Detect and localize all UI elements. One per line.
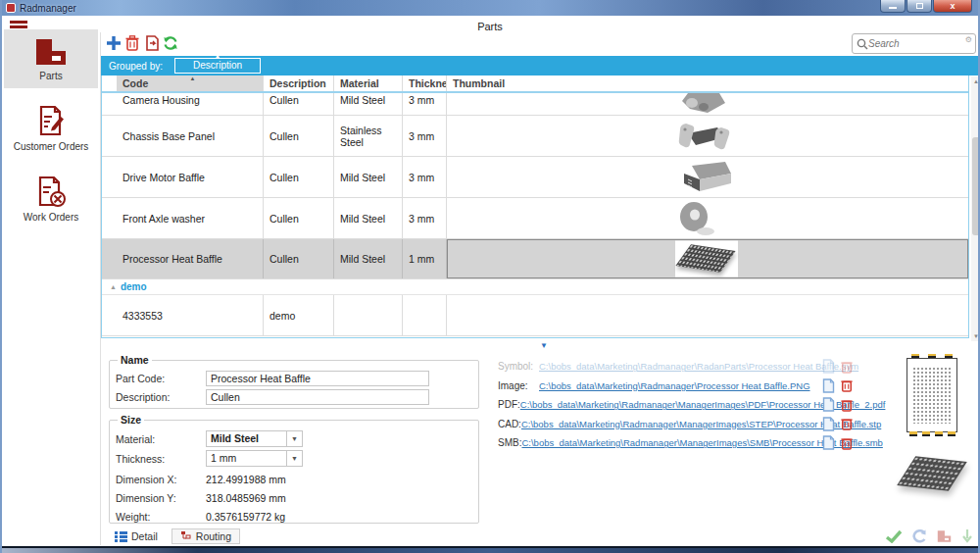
- export-button[interactable]: [143, 34, 161, 52]
- dimension-x-value: 212.4991988 mm: [206, 474, 286, 485]
- table-row[interactable]: Chassis Base Panel Cullen Stainless Stee…: [102, 116, 968, 157]
- front-axle-washer-thumbnail: [674, 200, 717, 237]
- column-header-description[interactable]: Description: [264, 75, 334, 91]
- window-bottom-edge: [2, 546, 978, 553]
- smb-link-row: SMB: C:\bobs_data\Marketing\Radmanager\M…: [498, 433, 860, 453]
- image-link-row: Image: C:\bobs_data\Marketing\Radmanager…: [498, 377, 860, 396]
- minimize-button[interactable]: [880, 0, 906, 13]
- scroll-up-icon[interactable]: ▲: [971, 76, 980, 86]
- tab-detail[interactable]: Detail: [107, 529, 166, 543]
- processor-heat-baffle-thumbnail: [675, 241, 738, 277]
- thickness-select[interactable]: 1 mm ▼: [206, 450, 303, 467]
- sidebar-item-parts[interactable]: Parts: [4, 29, 98, 88]
- cell-description: demo: [264, 295, 334, 335]
- description-label: Description:: [116, 391, 206, 403]
- maximize-button[interactable]: [906, 0, 932, 13]
- close-button[interactable]: x: [933, 0, 972, 13]
- open-document-icon[interactable]: [822, 397, 835, 412]
- vertical-scrollbar[interactable]: ▲ ▼: [971, 76, 980, 341]
- cad-label: CAD:: [498, 419, 521, 429]
- name-group-title: Name: [118, 354, 152, 366]
- delete-link-icon[interactable]: [841, 360, 853, 374]
- refresh-icon: [163, 35, 178, 51]
- undo-icon[interactable]: [911, 529, 927, 544]
- open-document-icon[interactable]: [822, 435, 835, 450]
- sidebar-item-label: Customer Orders: [14, 141, 89, 152]
- table-row[interactable]: 4333553 demo: [102, 295, 968, 336]
- pdf-label: PDF:: [498, 399, 520, 410]
- save-part-icon[interactable]: [936, 529, 953, 543]
- cell-material: Mild Steel: [334, 239, 403, 278]
- cell-thickness: 3 mm: [403, 198, 447, 238]
- dimension-y-value: 318.0485969 mm: [206, 492, 286, 504]
- chevron-down-icon[interactable]: ▼: [287, 430, 303, 447]
- open-document-icon[interactable]: [822, 378, 835, 393]
- group-by-label: Grouped by:: [109, 61, 163, 72]
- parts-icon: [32, 37, 70, 67]
- search-box[interactable]: ⚙: [852, 33, 976, 54]
- scrollbar-thumb[interactable]: [972, 137, 980, 235]
- image-path-link[interactable]: C:\bobs_data\Marketing\Radmanager\Proces…: [539, 380, 810, 391]
- file-links: Symbol: C:\bobs_data\Marketing\Radmanage…: [498, 357, 860, 453]
- table-row[interactable]: Drive Motor Baffle Cullen Mild Steel 3 m…: [102, 157, 968, 198]
- symbol-link-row: Symbol: C:\bobs_data\Marketing\Radmanage…: [498, 357, 860, 377]
- main-panel: ⚙ Grouped by: ▲ Description Code▲ Descri…: [100, 32, 979, 545]
- column-header-thickness[interactable]: Thickness: [403, 75, 447, 91]
- search-icon: [857, 38, 868, 50]
- part-3d-preview: [901, 451, 965, 496]
- group-header-demo[interactable]: ▲ demo: [102, 279, 968, 295]
- search-options-gear-icon[interactable]: ⚙: [965, 35, 972, 44]
- tab-routing[interactable]: Routing: [172, 528, 240, 544]
- material-value: Mild Steel: [206, 430, 287, 447]
- refresh-button[interactable]: [162, 34, 179, 52]
- open-document-icon[interactable]: [822, 417, 835, 431]
- cad-link-row: CAD: C:\bobs_data\Marketing\Radmanager\M…: [498, 415, 860, 434]
- description-field[interactable]: [206, 389, 429, 405]
- part-code-field[interactable]: [206, 371, 429, 386]
- cell-thickness: 3 mm: [403, 116, 447, 156]
- cell-description: Cullen: [264, 93, 334, 115]
- column-header-code[interactable]: Code▲: [117, 75, 264, 91]
- delete-link-icon[interactable]: [841, 417, 853, 430]
- symbol-path-link[interactable]: C:\bobs_data\Marketing\Radmanager\RadanP…: [539, 361, 858, 372]
- open-document-icon[interactable]: [822, 359, 835, 374]
- download-arrow-icon[interactable]: [961, 529, 973, 544]
- cell-description: Cullen: [264, 157, 334, 197]
- thickness-label: Thickness:: [116, 453, 206, 465]
- scroll-down-icon[interactable]: ▼: [971, 331, 980, 341]
- delete-link-icon[interactable]: [841, 398, 853, 412]
- material-label: Material:: [116, 433, 206, 445]
- cell-thickness: [403, 295, 447, 335]
- chassis-base-panel-thumbnail: [674, 120, 737, 153]
- column-header-thumbnail[interactable]: Thumbnail: [447, 75, 968, 91]
- cell-material: Mild Steel: [334, 198, 403, 238]
- sort-up-icon: ▲: [215, 53, 220, 59]
- sidebar-item-label: Parts: [39, 71, 62, 81]
- accept-check-icon[interactable]: [885, 529, 903, 543]
- pdf-link-row: PDF: C:\bobs_data\Marketing\Radmanager\M…: [498, 395, 860, 415]
- table-row-selected[interactable]: Processor Heat Baffle Cullen Mild Steel …: [102, 239, 968, 279]
- chevron-down-icon[interactable]: ▼: [287, 450, 303, 467]
- size-group-title: Size: [118, 414, 144, 426]
- material-select[interactable]: Mild Steel ▼: [206, 430, 303, 447]
- cell-code: Chassis Base Panel: [117, 116, 264, 156]
- search-input[interactable]: [868, 38, 971, 49]
- sidebar-item-customer-orders[interactable]: Customer Orders: [4, 96, 98, 159]
- sort-up-icon: ▲: [190, 75, 196, 81]
- thickness-value: 1 mm: [206, 450, 287, 467]
- parts-table: Code▲ Description Material Thickness Thu…: [101, 75, 969, 338]
- group-by-description-button[interactable]: ▲ Description: [174, 58, 261, 74]
- weight-label: Weight:: [116, 511, 206, 523]
- delete-link-icon[interactable]: [841, 436, 853, 450]
- collapse-group-icon[interactable]: ▲: [110, 283, 117, 290]
- table-row[interactable]: Camera Housing Cullen Mild Steel 3 mm: [102, 93, 968, 116]
- cell-code: Processor Heat Baffle: [117, 239, 264, 278]
- sidebar-item-work-orders[interactable]: Work Orders: [4, 167, 98, 229]
- cell-description: Cullen: [264, 239, 334, 278]
- table-row[interactable]: Front Axle washer Cullen Mild Steel 3 mm: [102, 198, 968, 239]
- delete-link-icon[interactable]: [841, 378, 853, 392]
- add-button[interactable]: [105, 34, 122, 52]
- delete-button[interactable]: [123, 34, 141, 52]
- cell-thickness: 1 mm: [403, 239, 447, 278]
- column-header-material[interactable]: Material: [334, 75, 403, 91]
